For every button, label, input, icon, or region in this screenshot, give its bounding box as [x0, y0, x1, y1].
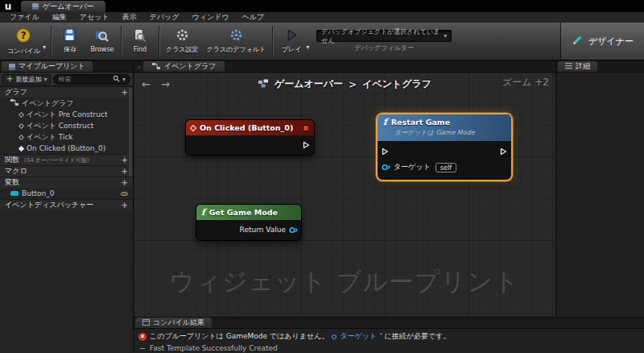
- search-options-caret-icon[interactable]: ▾: [122, 76, 126, 83]
- node-on-clicked[interactable]: On Clicked (Button_0): [185, 119, 315, 156]
- sidebar-item-event-tick[interactable]: イベント Tick: [0, 131, 133, 143]
- node-restart-game[interactable]: f Restart Game ターゲットは Game Mode ターゲット se…: [376, 113, 513, 181]
- sidebar-section-variables[interactable]: 変数 +: [0, 176, 133, 188]
- target-pin-link[interactable]: ターゲット: [340, 331, 377, 342]
- menu-item-asset[interactable]: アセット: [73, 12, 116, 23]
- details-panel: 詳細: [555, 61, 644, 317]
- compile-icon: ?: [15, 27, 31, 45]
- play-button[interactable]: プレイ: [275, 23, 308, 59]
- target-self-value[interactable]: self: [436, 163, 456, 172]
- sidebar-section-functions[interactable]: 関数 (34 オーバーライド可能) +: [0, 154, 133, 165]
- details-tabbar: 詳細: [556, 61, 644, 73]
- sidebar-item-event-construct[interactable]: イベント Construct: [0, 120, 133, 131]
- widget-blueprint-watermark: ウィジェット ブループリント: [134, 265, 555, 299]
- designer-pencil-icon: [572, 34, 584, 48]
- document-tab-gameover[interactable]: ゲームオーバー: [21, 1, 105, 12]
- browse-button[interactable]: Browse: [86, 23, 118, 59]
- toolbar-separator: [121, 26, 122, 56]
- search-icon[interactable]: [113, 75, 120, 84]
- sidebar-item-event-onclicked[interactable]: On Clicked (Button_0): [0, 143, 133, 154]
- debug-object-dropdown[interactable]: デバッグオブジェクトが選択されていません ▾: [316, 30, 452, 42]
- compile-button[interactable]: ? コンパイル: [3, 23, 44, 59]
- find-button[interactable]: Find: [124, 23, 156, 59]
- event-graph-canvas[interactable]: ← → ゲームオーバー > イベントグラフ ズーム +2 ウィジェット ブループ…: [134, 73, 555, 317]
- menu-item-help[interactable]: ヘルプ: [236, 12, 271, 23]
- add-dispatcher-button[interactable]: +: [122, 201, 128, 210]
- compile-results-tab[interactable]: コンパイル結果: [135, 318, 212, 328]
- designer-mode-button[interactable]: デザイナー: [560, 23, 644, 60]
- details-tab[interactable]: 詳細: [558, 61, 597, 72]
- functions-override-hint: (34 オーバーライド可能): [24, 156, 89, 164]
- breadcrumb-icon: [258, 79, 269, 90]
- save-button[interactable]: 保存: [54, 23, 86, 59]
- event-graph-tab-icon: [152, 63, 160, 71]
- sidebar-item-event-preconstruct[interactable]: イベント Pre Construct: [0, 109, 133, 120]
- sidebar-scrollbar[interactable]: [129, 88, 132, 176]
- node-body: [186, 135, 314, 155]
- event-graph-icon: [10, 99, 19, 107]
- my-blueprint-tab[interactable]: マイブループリント: [2, 61, 93, 72]
- class-settings-button[interactable]: クラス設定: [162, 23, 203, 59]
- menu-item-view[interactable]: 表示: [116, 12, 143, 23]
- class-defaults-button[interactable]: クラスのデフォルト: [203, 23, 270, 59]
- return-output-pin[interactable]: [289, 226, 298, 234]
- sidebar-section-event-dispatchers[interactable]: イベントディスパッチャー +: [0, 199, 133, 210]
- add-macro-button[interactable]: +: [122, 168, 128, 176]
- node-get-game-mode[interactable]: f Get Game Mode Return Value: [196, 204, 302, 241]
- breadcrumb-current[interactable]: イベントグラフ: [362, 77, 431, 91]
- return-pin-row: Return Value: [196, 220, 301, 240]
- compile-results-panel: コンパイル結果 x このブループリントは GameMode ではありません。 タ…: [134, 317, 644, 353]
- node-get-game-mode-header[interactable]: f Get Game Mode: [196, 205, 301, 220]
- sidebar-section-graphs[interactable]: グラフ +: [0, 86, 133, 98]
- search-input[interactable]: [58, 76, 110, 83]
- event-label: イベント Pre Construct: [27, 110, 107, 120]
- blueprint-search-box: ▾: [53, 74, 130, 85]
- function-node-icon: f: [201, 208, 205, 217]
- variable-name-label: Button_0: [22, 189, 54, 197]
- add-function-button[interactable]: +: [122, 156, 128, 164]
- target-pin-row: ターゲット self: [378, 158, 511, 180]
- breadcrumb-root[interactable]: ゲームオーバー: [275, 77, 343, 91]
- graph-tabbar: ‹ イベントグラフ: [134, 61, 555, 73]
- event-graph-label: イベントグラフ: [22, 98, 73, 109]
- exec-output-pin[interactable]: [500, 147, 507, 156]
- event-label: On Clicked (Button_0): [27, 144, 105, 152]
- menu-item-edit[interactable]: 編集: [46, 12, 73, 23]
- tab-scroll-left-icon[interactable]: ‹: [135, 61, 143, 72]
- pin-reference-icon: [332, 334, 336, 339]
- my-blueprint-title: マイブループリント: [19, 61, 85, 72]
- compile-options-caret-icon[interactable]: ▾: [43, 44, 46, 51]
- menu-item-file[interactable]: ファイル: [3, 12, 46, 23]
- event-diamond-icon: [19, 111, 24, 117]
- unreal-logo: u: [0, 0, 16, 12]
- exec-output-pin[interactable]: [303, 141, 310, 149]
- exec-input-pin[interactable]: [382, 147, 389, 156]
- event-label: イベント Construct: [27, 121, 93, 131]
- target-input-pin[interactable]: [382, 164, 390, 171]
- play-options-caret-icon[interactable]: ▾: [306, 44, 309, 51]
- sidebar-item-eventgraph[interactable]: イベントグラフ: [0, 98, 133, 109]
- node-subtitle: ターゲットは Game Mode: [394, 128, 506, 137]
- event-graph-tab[interactable]: イベントグラフ: [143, 61, 225, 72]
- toolbar-separator: [159, 26, 159, 56]
- add-graph-button[interactable]: +: [122, 89, 128, 97]
- menu-item-window[interactable]: ウィンドウ: [186, 12, 236, 23]
- event-node-icon: [190, 124, 196, 131]
- my-blueprint-panel: マイブループリント + 新規追加 ▾ ▾ グラフ + イベントグラフ イ: [0, 61, 134, 353]
- delegate-pin[interactable]: [303, 125, 309, 131]
- compile-error-message: x このブループリントは GameMode ではありません。 ターゲット ' に…: [138, 331, 639, 342]
- node-on-clicked-header[interactable]: On Clicked (Button_0): [186, 120, 314, 135]
- compile-results-icon: [142, 319, 150, 327]
- sidebar-item-variable-button0[interactable]: Button_0: [0, 188, 133, 199]
- sidebar-section-macros[interactable]: マクロ +: [0, 165, 133, 176]
- menu-bar: ファイル 編集 アセット 表示 デバッグ ウィンドウ ヘルプ: [0, 12, 644, 23]
- variable-visibility-eye-icon[interactable]: [121, 192, 128, 196]
- add-new-button[interactable]: + 新規追加 ▾: [2, 74, 51, 85]
- add-variable-button[interactable]: +: [122, 179, 128, 187]
- breadcrumb: ゲームオーバー > イベントグラフ: [134, 77, 555, 91]
- node-restart-game-header[interactable]: f Restart Game ターゲットは Game Mode: [378, 114, 511, 141]
- document-tab-label: ゲームオーバー: [43, 2, 94, 12]
- menu-item-debug[interactable]: デバッグ: [143, 12, 186, 23]
- play-icon: [285, 28, 299, 44]
- graph-editor-panel: ‹ イベントグラフ ← → ゲームオーバー > イベントグラフ ズーム +2 ウ…: [134, 61, 555, 317]
